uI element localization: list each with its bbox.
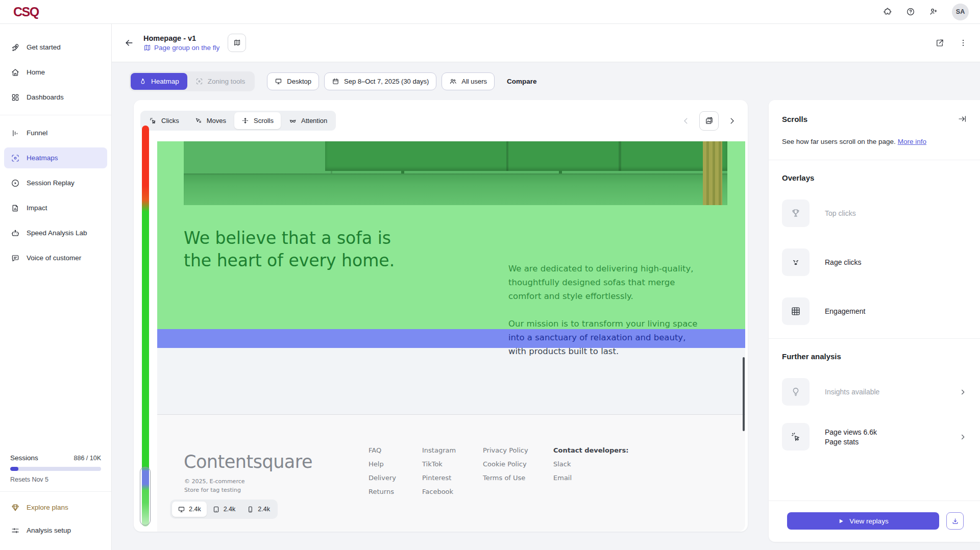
next-snapshot-icon[interactable]: [727, 116, 737, 126]
page-views-label: Page views 6.6k: [825, 428, 877, 436]
sidebar-item-label: Home: [27, 68, 45, 76]
share-icon[interactable]: [935, 38, 944, 47]
footer-link[interactable]: Pinterest: [422, 474, 456, 482]
footer-link[interactable]: TikTok: [422, 460, 456, 468]
users-icon: [449, 78, 457, 85]
heatmap-mode-label: Heatmap: [151, 78, 179, 85]
scrolls-panel: Scrolls See how far users scroll on the …: [769, 100, 980, 542]
page-stats-row[interactable]: Page views 6.6k Page stats: [782, 423, 967, 451]
heatmap-mode-button[interactable]: Heatmap: [131, 73, 187, 90]
footer-link[interactable]: Privacy Policy: [483, 446, 528, 454]
page-map-button[interactable]: [228, 34, 246, 52]
sidebar-item-label: Speed Analysis Lab: [27, 229, 87, 237]
overlay-top-clicks[interactable]: Top clicks: [782, 199, 967, 227]
collapse-panel-icon[interactable]: [958, 114, 967, 123]
heatmaps-icon: [11, 154, 20, 163]
device-filter-button[interactable]: Desktop: [267, 72, 319, 90]
scroll-position-handle[interactable]: [140, 467, 151, 526]
device-count-switcher: 2.4k 2.4k 2.4k: [170, 499, 278, 519]
overlay-label: Rage clicks: [825, 258, 862, 266]
footer-link[interactable]: Facebook: [422, 488, 456, 495]
footer-link[interactable]: Email: [553, 474, 628, 482]
overlays-title: Overlays: [782, 173, 967, 182]
hero-image: [184, 141, 727, 205]
footer-link[interactable]: Returns: [369, 488, 396, 495]
curtain-image-region: [703, 141, 722, 205]
view-replays-label: View replays: [849, 517, 888, 525]
device-count-value: 2.4k: [258, 506, 270, 513]
footer-link[interactable]: Cookie Policy: [483, 460, 528, 468]
zoning-tools-button[interactable]: Zoning tools: [187, 73, 254, 90]
tab-moves[interactable]: Moves: [187, 112, 233, 129]
monitor-icon: [275, 78, 282, 85]
insights-row[interactable]: Insights available: [782, 378, 967, 406]
tab-scrolls[interactable]: Scrolls: [234, 112, 281, 129]
integrations-puzzle-icon[interactable]: [883, 7, 892, 16]
page-stats-cursor-icon: [782, 423, 810, 451]
rage-click-icon: [782, 248, 810, 276]
zoning-tools-label: Zoning tools: [208, 78, 246, 85]
previous-snapshot-icon[interactable]: [681, 116, 691, 126]
sidebar-bottom: Sessions 886 / 10K Resets Nov 5 Explore …: [0, 454, 111, 550]
device-count-mobile[interactable]: 2.4k: [241, 502, 276, 517]
sidebar-item-explore-plans[interactable]: Explore plans: [4, 497, 107, 518]
preview-footer-contact: Contact developers: Slack Email: [553, 446, 628, 482]
sidebar-item-dashboards[interactable]: Dashboards: [4, 87, 107, 108]
toolbar: Heatmap Zoning tools Desktop Sep 8–Oct 7…: [129, 71, 537, 91]
view-replays-button[interactable]: View replays: [787, 512, 939, 530]
sessions-progress-fill: [10, 467, 18, 471]
footer-link[interactable]: Terms of Use: [483, 474, 528, 482]
attention-glasses-icon: [289, 117, 297, 124]
help-icon[interactable]: [906, 7, 915, 16]
avatar[interactable]: SA: [952, 4, 969, 20]
tab-clicks[interactable]: Clicks: [142, 112, 186, 129]
device-count-value: 2.4k: [189, 506, 201, 513]
compare-button[interactable]: Compare: [507, 78, 537, 85]
device-count-desktop[interactable]: 2.4k: [172, 502, 207, 517]
download-button[interactable]: [946, 512, 964, 530]
back-button[interactable]: [124, 38, 134, 48]
sidebar-item-voice-of-customer[interactable]: Voice of customer: [4, 247, 107, 268]
footer-link[interactable]: Slack: [553, 460, 628, 468]
viewport-scrollbar[interactable]: [743, 357, 745, 431]
sidebar-item-analysis-setup[interactable]: Analysis setup: [4, 520, 107, 541]
sidebar-item-funnel[interactable]: Funnel: [4, 122, 107, 143]
footer-link[interactable]: Instagram: [422, 446, 456, 454]
insights-label: Insights available: [825, 388, 879, 396]
tab-label: Scrolls: [254, 117, 274, 124]
topbar-actions: SA: [883, 4, 980, 20]
page-group-link[interactable]: Page group on the fly: [143, 44, 219, 52]
footer-link[interactable]: Delivery: [369, 474, 396, 482]
device-count-tablet[interactable]: 2.4k: [207, 502, 241, 517]
page-screenshot-viewport[interactable]: We believe that a sofa is the heart of e…: [157, 141, 745, 532]
overlay-rage-clicks[interactable]: Rage clicks: [782, 248, 967, 276]
sidebar-item-get-started[interactable]: Get started: [4, 37, 107, 58]
tab-attention[interactable]: Attention: [282, 112, 334, 129]
sidebar-item-heatmaps[interactable]: Heatmaps: [4, 147, 107, 168]
chevron-right-icon: [959, 388, 967, 396]
overlay-label: Top clicks: [825, 209, 856, 217]
mode-switcher: Heatmap Zoning tools: [129, 71, 255, 91]
sidebar-item-speed-analysis-lab[interactable]: Speed Analysis Lab: [4, 222, 107, 243]
footer-link[interactable]: Help: [369, 460, 396, 468]
sliders-icon: [11, 526, 20, 535]
sidebar-item-session-replay[interactable]: Session Replay: [4, 172, 107, 193]
trophy-icon: [782, 199, 810, 227]
audience-filter-button[interactable]: All users: [442, 72, 495, 90]
kebab-menu-icon[interactable]: [959, 38, 968, 47]
sidebar-item-label: Voice of customer: [27, 254, 81, 262]
footer-link[interactable]: FAQ: [369, 446, 396, 454]
engagement-grid-icon: [782, 297, 810, 325]
invite-user-icon[interactable]: [929, 7, 938, 16]
overlay-engagement[interactable]: Engagement: [782, 297, 967, 325]
sidebar-item-impact[interactable]: Impact: [4, 197, 107, 218]
sidebar-item-home[interactable]: Home: [4, 62, 107, 83]
preview-footer-links-3: Privacy Policy Cookie Policy Terms of Us…: [483, 446, 528, 482]
date-range-button[interactable]: Sep 8–Oct 7, 2025 (30 days): [324, 72, 436, 90]
more-info-link[interactable]: More info: [898, 138, 926, 145]
sessions-label: Sessions: [10, 454, 38, 462]
sidebar-item-label: Impact: [27, 204, 47, 212]
export-snapshot-button[interactable]: [699, 111, 719, 131]
csq-logo[interactable]: CSQ: [13, 5, 39, 19]
panel-header: Scrolls: [782, 114, 967, 123]
